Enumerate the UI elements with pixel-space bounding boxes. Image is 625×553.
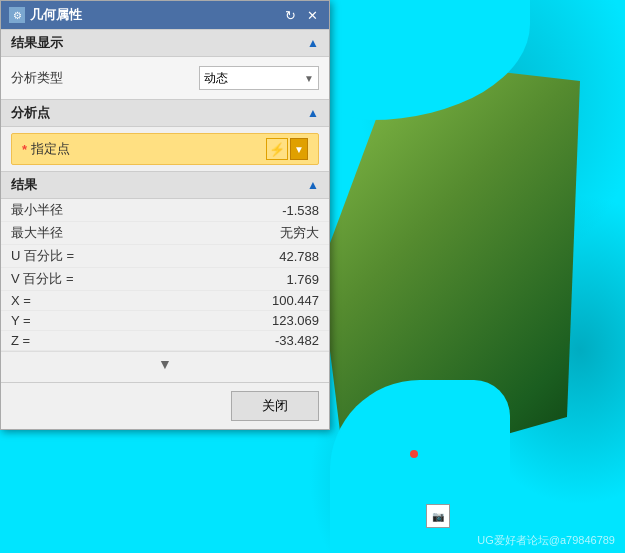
result-row: Z =-33.482 <box>1 331 329 351</box>
result-value: 100.447 <box>272 293 319 308</box>
section-display-title: 结果显示 <box>11 34 63 52</box>
result-row: V 百分比 =1.769 <box>1 268 329 291</box>
result-label: Z = <box>11 333 30 348</box>
section-point-arrow: ▲ <box>307 106 319 120</box>
result-label: V 百分比 = <box>11 270 74 288</box>
section-header-results[interactable]: 结果 ▲ <box>1 171 329 199</box>
select-dropdown-arrow: ▼ <box>304 73 314 84</box>
point-dropdown-button[interactable]: ▼ <box>290 138 308 160</box>
section-results-title: 结果 <box>11 176 37 194</box>
dialog-footer: 关闭 <box>1 382 329 429</box>
analysis-type-row: 分析类型 动态 ▼ <box>11 63 319 93</box>
refresh-button[interactable]: ↻ <box>281 6 299 24</box>
point-marker <box>410 450 418 458</box>
point-icons: ⚡ ▼ <box>266 138 308 160</box>
cyan-hole-bottom <box>330 380 510 553</box>
point-field-label: 指定点 <box>31 140 266 158</box>
result-value: -33.482 <box>275 333 319 348</box>
dialog-title: 几何属性 <box>30 6 82 24</box>
point-input-row: * 指定点 ⚡ ▼ <box>11 133 319 165</box>
result-row: 最大半径无穷大 <box>1 222 329 245</box>
result-label: X = <box>11 293 31 308</box>
analysis-type-value: 动态 <box>204 70 228 87</box>
dialog-close-button[interactable]: ✕ <box>303 6 321 24</box>
analysis-type-label: 分析类型 <box>11 69 63 87</box>
required-asterisk: * <box>22 142 27 157</box>
analysis-type-body: 分析类型 动态 ▼ <box>1 57 329 99</box>
titlebar-controls: ↻ ✕ <box>281 6 321 24</box>
result-value: 123.069 <box>272 313 319 328</box>
result-row: U 百分比 =42.788 <box>1 245 329 268</box>
result-value: 无穷大 <box>280 224 319 242</box>
results-body: 最小半径-1.538最大半径无穷大U 百分比 =42.788V 百分比 =1.7… <box>1 199 329 351</box>
watermark: UG爱好者论坛@a79846789 <box>477 533 615 548</box>
result-value: 42.788 <box>279 249 319 264</box>
result-row: 最小半径-1.538 <box>1 199 329 222</box>
dialog-content: 结果显示 ▲ 分析类型 动态 ▼ 分析点 ▲ * 指定点 ⚡ <box>1 29 329 382</box>
point-arrow-icon: ▼ <box>294 144 304 155</box>
titlebar-icon: ⚙ <box>9 7 25 23</box>
section-results-arrow: ▲ <box>307 178 319 192</box>
scroll-indicator: ▼ <box>1 351 329 376</box>
analysis-type-select[interactable]: 动态 ▼ <box>199 66 319 90</box>
result-label: 最大半径 <box>11 224 63 242</box>
point-pick-button[interactable]: ⚡ <box>266 138 288 160</box>
scene-icon: 📷 <box>426 504 450 528</box>
result-label: Y = <box>11 313 31 328</box>
result-value: -1.538 <box>282 203 319 218</box>
result-row: Y =123.069 <box>1 311 329 331</box>
section-point-title: 分析点 <box>11 104 50 122</box>
section-header-display[interactable]: 结果显示 ▲ <box>1 29 329 57</box>
close-button[interactable]: 关闭 <box>231 391 319 421</box>
result-value: 1.769 <box>286 272 319 287</box>
section-display-arrow: ▲ <box>307 36 319 50</box>
result-label: 最小半径 <box>11 201 63 219</box>
section-header-point[interactable]: 分析点 ▲ <box>1 99 329 127</box>
titlebar-left: ⚙ 几何属性 <box>9 6 82 24</box>
result-row: X =100.447 <box>1 291 329 311</box>
dialog-titlebar: ⚙ 几何属性 ↻ ✕ <box>1 1 329 29</box>
lightning-icon: ⚡ <box>269 142 285 157</box>
geometry-properties-dialog: ⚙ 几何属性 ↻ ✕ 结果显示 ▲ 分析类型 动态 ▼ 分析点 <box>0 0 330 430</box>
result-label: U 百分比 = <box>11 247 74 265</box>
